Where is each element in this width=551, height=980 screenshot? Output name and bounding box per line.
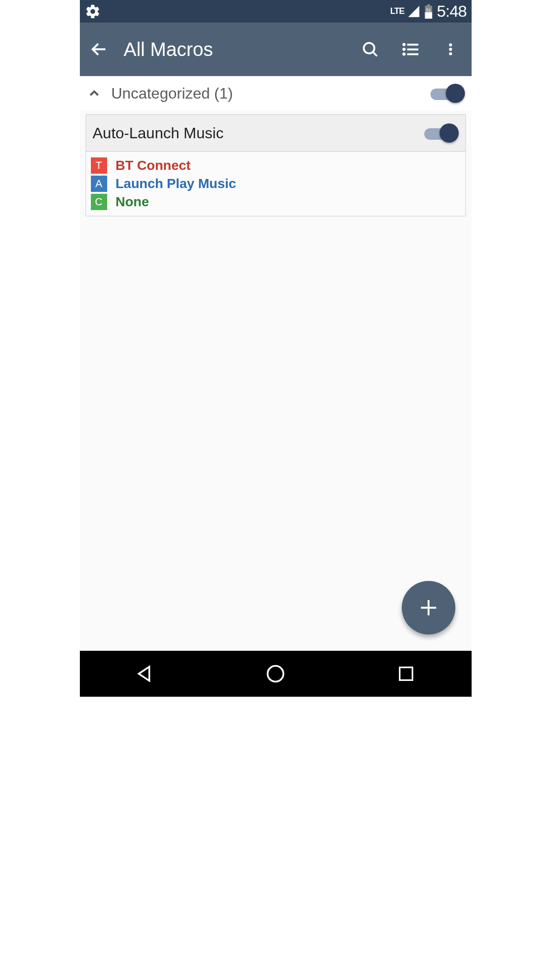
constraint-label: None	[116, 194, 149, 210]
app-bar: All Macros	[80, 22, 472, 76]
nav-recents-button[interactable]	[394, 661, 419, 686]
macro-header: Auto-Launch Music	[86, 115, 465, 152]
clock-label: 5:48	[437, 2, 466, 21]
status-bar: LTE 51 5:48	[80, 0, 472, 22]
battery-icon: 51	[423, 4, 434, 19]
content-area: Uncategorized (1) Auto-Launch Music T BT…	[80, 76, 472, 651]
action-row: A Launch Play Music	[89, 175, 463, 193]
constraint-row: C None	[89, 193, 463, 211]
macro-details: T BT Connect A Launch Play Music C None	[86, 152, 465, 216]
collapse-icon	[87, 86, 102, 101]
category-title: Uncategorized (1)	[111, 85, 430, 102]
svg-point-13	[449, 52, 452, 55]
back-button[interactable]	[88, 38, 110, 61]
category-header[interactable]: Uncategorized (1)	[80, 76, 472, 111]
constraint-badge: C	[91, 194, 107, 210]
svg-rect-0	[427, 4, 430, 6]
settings-notification-icon	[85, 3, 101, 20]
svg-point-9	[402, 53, 406, 56]
svg-point-5	[402, 43, 406, 46]
action-label: Launch Play Music	[116, 176, 236, 191]
svg-rect-6	[407, 44, 418, 45]
svg-point-11	[449, 43, 452, 46]
svg-point-12	[449, 48, 452, 51]
action-badge: A	[91, 176, 107, 192]
add-macro-fab[interactable]	[402, 581, 455, 635]
svg-point-4	[364, 43, 374, 54]
page-title: All Macros	[124, 39, 361, 60]
svg-rect-10	[407, 53, 418, 55]
nav-back-button[interactable]	[132, 661, 157, 686]
network-type-label: LTE	[390, 6, 405, 16]
more-options-button[interactable]	[441, 40, 460, 59]
trigger-row: T BT Connect	[89, 156, 463, 175]
system-nav-bar	[80, 651, 472, 697]
macro-name: Auto-Launch Music	[93, 124, 424, 142]
svg-text:51: 51	[426, 8, 431, 12]
category-toggle[interactable]	[430, 84, 465, 103]
svg-point-7	[402, 48, 406, 51]
svg-rect-8	[407, 48, 418, 50]
macro-card[interactable]: Auto-Launch Music T BT Connect A Launch …	[86, 114, 466, 216]
list-view-button[interactable]	[401, 40, 420, 59]
svg-rect-2	[425, 12, 432, 19]
trigger-badge: T	[91, 157, 107, 174]
signal-icon	[407, 5, 420, 18]
svg-point-14	[268, 666, 284, 682]
nav-home-button[interactable]	[263, 661, 288, 686]
macro-toggle[interactable]	[424, 123, 459, 143]
search-button[interactable]	[361, 40, 380, 59]
svg-rect-15	[400, 668, 413, 680]
trigger-label: BT Connect	[116, 158, 191, 173]
